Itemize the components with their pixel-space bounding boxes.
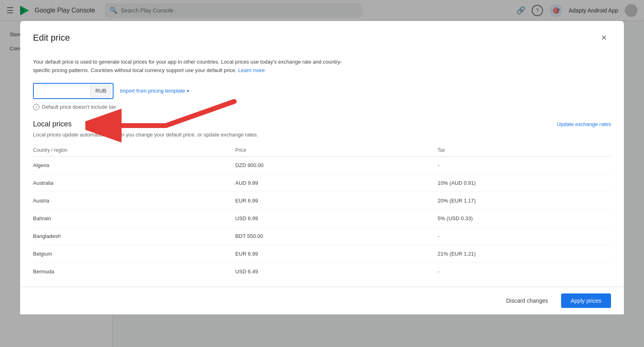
import-pricing-button[interactable]: Import from pricing template ▾ — [120, 85, 189, 97]
info-icon: i — [33, 104, 39, 110]
country-cell: Bermuda — [33, 262, 235, 280]
table-row: Bermuda USD 6.49 - — [33, 262, 611, 280]
tax-cell: 20% (EUR 1.17) — [438, 192, 611, 209]
modal-overlay[interactable]: Edit price ✕ Your default price is used … — [0, 0, 644, 347]
price-input-row: 500 RUB Import from pricing template ▾ — [33, 83, 611, 99]
country-cell: Bahrain — [33, 209, 235, 227]
price-cell: USD 6.99 — [235, 209, 438, 227]
default-price-note: i Default price doesn't include tax — [33, 104, 611, 110]
tax-cell: - — [438, 262, 611, 280]
description-text: Your default price is used to generate l… — [33, 58, 347, 75]
apply-prices-button[interactable]: Apply prices — [561, 293, 611, 308]
table-row: Bangladesh BDT 550.00 - — [33, 227, 611, 245]
price-cell: DZD 900.00 — [235, 156, 438, 174]
country-cell: Austria — [33, 192, 235, 209]
tax-cell: - — [438, 227, 611, 245]
local-prices-desc: Local prices update automatically when y… — [33, 132, 611, 138]
tax-cell: - — [438, 156, 611, 174]
currency-badge: RUB — [90, 84, 111, 98]
table-row: Belgium EUR 6.99 21% (EUR 1.21) — [33, 245, 611, 262]
col-header-country: Country / region — [33, 144, 235, 157]
price-cell: EUR 6.99 — [235, 245, 438, 262]
price-cell: AUD 9.99 — [235, 174, 438, 192]
price-cell: BDT 550.00 — [235, 227, 438, 245]
country-cell: Australia — [33, 174, 235, 192]
modal-body: Your default price is used to generate l… — [20, 52, 624, 287]
price-input[interactable]: 500 — [34, 84, 90, 98]
table-row: Australia AUD 9.99 10% (AUD 0.91) — [33, 174, 611, 192]
table-row: Austria EUR 6.99 20% (EUR 1.17) — [33, 192, 611, 209]
prices-table: Country / region Price Tax Algeria DZD 9… — [33, 144, 611, 280]
discard-changes-button[interactable]: Discard changes — [500, 293, 554, 308]
modal: Edit price ✕ Your default price is used … — [20, 21, 624, 314]
col-header-price: Price — [235, 144, 438, 157]
local-prices-header: Local prices Update exchange rates — [33, 120, 611, 128]
tax-cell: 10% (AUD 0.91) — [438, 174, 611, 192]
modal-title: Edit price — [33, 33, 70, 43]
modal-footer: Discard changes Apply prices — [20, 287, 624, 314]
modal-header: Edit price ✕ — [20, 21, 624, 52]
table-row: Bahrain USD 6.99 5% (USD 0.33) — [33, 209, 611, 227]
country-cell: Bangladesh — [33, 227, 235, 245]
tax-cell: 5% (USD 0.33) — [438, 209, 611, 227]
price-section: 500 RUB Import from pricing template ▾ — [33, 83, 611, 99]
price-cell: EUR 6.99 — [235, 192, 438, 209]
learn-more-link[interactable]: Learn more — [238, 67, 264, 73]
close-button[interactable]: ✕ — [597, 31, 611, 45]
table-row: Algeria DZD 900.00 - — [33, 156, 611, 174]
price-cell: USD 6.49 — [235, 262, 438, 280]
price-input-wrapper[interactable]: 500 RUB — [33, 83, 114, 99]
country-cell: Algeria — [33, 156, 235, 174]
col-header-tax: Tax — [438, 144, 611, 157]
chevron-down-icon: ▾ — [187, 88, 189, 94]
local-prices-title: Local prices — [33, 120, 72, 128]
country-cell: Belgium — [33, 245, 235, 262]
tax-cell: 21% (EUR 1.21) — [438, 245, 611, 262]
update-exchange-rates-button[interactable]: Update exchange rates — [557, 121, 611, 127]
